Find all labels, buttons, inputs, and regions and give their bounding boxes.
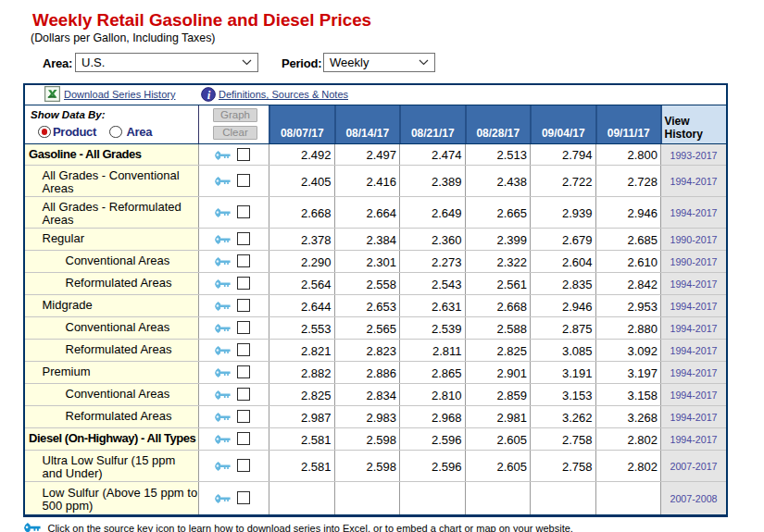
svg-text:i: i [207,88,211,102]
